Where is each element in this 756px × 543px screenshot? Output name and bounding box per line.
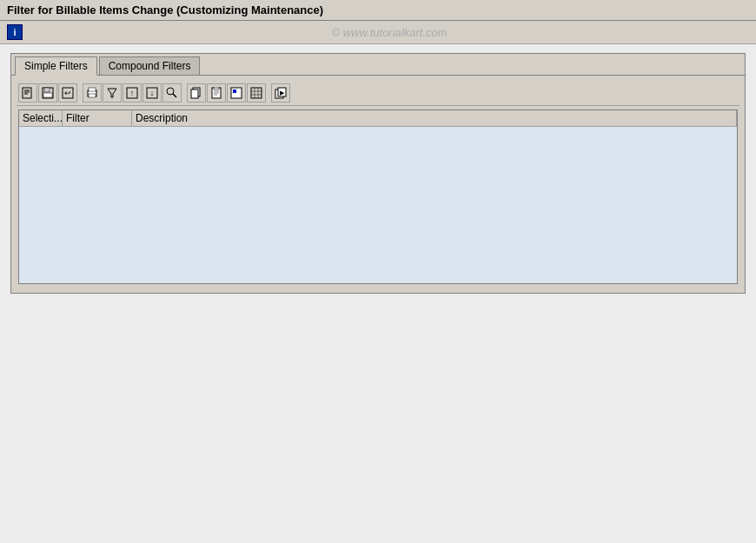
svg-rect-10 xyxy=(89,88,96,91)
table-header: Selecti... Filter Description xyxy=(19,110,737,127)
window-title: Filter for Billable Items Change (Custom… xyxy=(7,3,323,17)
col-header-select: Selecti... xyxy=(19,110,63,126)
svg-rect-11 xyxy=(89,94,96,97)
save-button[interactable] xyxy=(38,83,57,103)
toolbar-sep-3 xyxy=(267,83,270,103)
copy-button[interactable] xyxy=(187,83,206,103)
svg-text:↓: ↓ xyxy=(150,89,155,97)
main-content: Simple Filters Compound Filters xyxy=(0,44,756,535)
save-icon xyxy=(42,87,54,99)
paste-icon xyxy=(210,87,222,99)
svg-text:↑: ↑ xyxy=(130,89,135,97)
paste-button[interactable] xyxy=(207,83,226,103)
back-icon: ↩ xyxy=(62,87,74,99)
select-button[interactable] xyxy=(227,83,246,103)
sort-desc-icon: ↓ xyxy=(146,87,158,99)
new-row-button[interactable] xyxy=(18,83,37,103)
svg-rect-5 xyxy=(44,88,50,92)
svg-text:↩: ↩ xyxy=(64,89,71,97)
svg-rect-20 xyxy=(191,89,198,98)
col-header-description: Description xyxy=(132,110,737,126)
find-button[interactable] xyxy=(162,83,182,103)
back-button[interactable]: ↩ xyxy=(58,83,77,103)
select-icon xyxy=(230,87,242,99)
svg-rect-22 xyxy=(214,87,219,89)
svg-marker-12 xyxy=(108,89,116,97)
tab-strip: Simple Filters Compound Filters xyxy=(11,54,745,76)
new-row-icon xyxy=(22,87,34,99)
print-icon xyxy=(86,87,98,99)
svg-rect-27 xyxy=(233,89,236,93)
toolbar-sep-2 xyxy=(182,83,186,103)
svg-line-18 xyxy=(173,94,176,97)
export-button[interactable]: ▶ xyxy=(271,83,290,103)
print-button[interactable] xyxy=(83,83,102,103)
table: Selecti... Filter Description xyxy=(18,109,738,284)
tab-simple-filters[interactable]: Simple Filters xyxy=(15,56,97,76)
grid-icon xyxy=(250,87,262,99)
export-icon: ▶ xyxy=(275,87,287,99)
table-body xyxy=(19,127,737,283)
tab-compound-filters[interactable]: Compound Filters xyxy=(99,56,201,76)
grid-button[interactable] xyxy=(247,83,266,103)
col-header-filter: Filter xyxy=(63,110,132,126)
svg-rect-28 xyxy=(251,88,262,98)
svg-rect-0 xyxy=(23,88,31,98)
info-bar: i © www.tutorialkart.com xyxy=(0,21,756,44)
watermark: © www.tutorialkart.com xyxy=(30,26,749,39)
tab-container: Simple Filters Compound Filters xyxy=(10,53,746,294)
svg-point-17 xyxy=(167,88,174,95)
find-icon xyxy=(166,87,178,99)
svg-rect-6 xyxy=(43,93,52,97)
info-icon[interactable]: i xyxy=(7,24,23,40)
sort-desc-button[interactable]: ↓ xyxy=(143,83,162,103)
toolbar-sep-1 xyxy=(78,83,82,103)
filter-button[interactable] xyxy=(103,83,122,103)
copy-icon xyxy=(190,87,202,99)
sort-asc-button[interactable]: ↑ xyxy=(123,83,142,103)
title-bar: Filter for Billable Items Change (Custom… xyxy=(0,0,756,21)
sort-asc-icon: ↑ xyxy=(126,87,138,99)
tab-content: ↩ xyxy=(11,76,745,293)
toolbar: ↩ xyxy=(17,81,739,106)
filter-icon xyxy=(106,87,118,99)
